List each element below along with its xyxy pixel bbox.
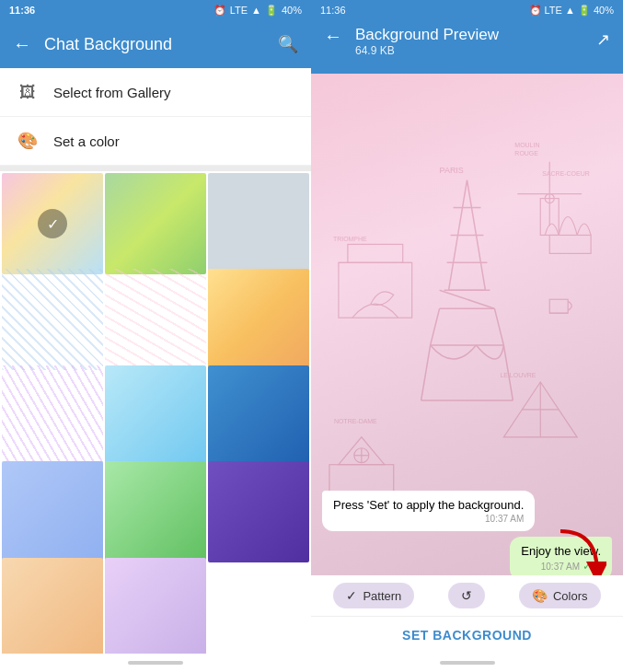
right-app-bar: ← Background Preview 64.9 KB ↗ bbox=[311, 20, 623, 74]
right-panel: 11:36 ⏰ LTE ▲ 🔋 40% ← Background Preview… bbox=[311, 0, 623, 672]
received-message-time: 10:37 AM bbox=[333, 514, 524, 524]
wallpaper-item-2[interactable] bbox=[105, 173, 206, 274]
reset-button[interactable]: ↺ bbox=[448, 583, 485, 608]
right-status-bar: 11:36 ⏰ LTE ▲ 🔋 40% bbox=[311, 0, 623, 20]
right-status-icons: ⏰ LTE ▲ 🔋 40% bbox=[529, 5, 615, 17]
left-panel: 11:36 ⏰ LTE ▲ 🔋 40% ← Chat Background 🔍 … bbox=[0, 0, 311, 672]
wallpaper-item-8[interactable] bbox=[105, 365, 206, 467]
wallpaper-item-6[interactable] bbox=[208, 269, 309, 370]
right-app-bar-subtitle: 64.9 KB bbox=[355, 44, 583, 57]
gallery-menu-item[interactable]: 🖼 Select from Gallery bbox=[0, 68, 311, 117]
wallpaper-item-9[interactable] bbox=[208, 365, 309, 467]
wallpaper-item-12[interactable] bbox=[208, 461, 309, 562]
svg-text:LE LOUVRE: LE LOUVRE bbox=[500, 372, 536, 378]
bottom-nav-indicator bbox=[128, 661, 183, 665]
pattern-button[interactable]: ✓ Pattern bbox=[333, 583, 414, 608]
wallpaper-item-10[interactable] bbox=[2, 461, 103, 562]
left-status-bar: 11:36 ⏰ LTE ▲ 🔋 40% bbox=[0, 0, 311, 20]
wallpaper-item-1[interactable]: ✓ bbox=[2, 173, 103, 274]
svg-text:ROUGE: ROUGE bbox=[514, 150, 538, 156]
sent-message-time: 10:37 AM ✓✓ bbox=[521, 560, 601, 573]
wallpaper-grid: ✓ bbox=[0, 171, 311, 654]
share-icon[interactable]: ↗ bbox=[596, 29, 610, 50]
color-label: Set a color bbox=[53, 133, 120, 149]
colors-button[interactable]: 🎨 Colors bbox=[519, 583, 601, 608]
left-status-icons: ⏰ LTE ▲ 🔋 40% bbox=[213, 5, 302, 17]
svg-rect-39 bbox=[549, 299, 568, 313]
svg-rect-22 bbox=[549, 235, 591, 253]
svg-line-10 bbox=[421, 345, 431, 400]
right-status-time: 11:36 bbox=[320, 5, 346, 16]
gallery-label: Select from Gallery bbox=[53, 85, 171, 100]
search-icon[interactable]: 🔍 bbox=[278, 34, 298, 54]
wallpaper-item-13[interactable] bbox=[2, 558, 103, 654]
pattern-check-icon: ✓ bbox=[346, 588, 357, 603]
colors-button-label: Colors bbox=[553, 589, 588, 603]
pattern-button-label: Pattern bbox=[363, 589, 401, 603]
wallpaper-item-7[interactable] bbox=[2, 365, 103, 467]
color-icon: 🎨 bbox=[17, 130, 39, 152]
right-app-bar-content: Background Preview 64.9 KB bbox=[355, 26, 583, 57]
wallpaper-item-15[interactable] bbox=[208, 558, 309, 654]
received-message: Press 'Set' to apply the background. 10:… bbox=[322, 491, 535, 531]
colors-icon: 🎨 bbox=[532, 588, 548, 603]
pattern-bar: ✓ Pattern ↺ 🎨 Colors bbox=[311, 575, 623, 616]
svg-text:PARIS: PARIS bbox=[440, 166, 464, 175]
set-background-button[interactable]: SET BACKGROUND bbox=[311, 616, 623, 654]
gallery-icon: 🖼 bbox=[17, 81, 39, 103]
received-message-text: Press 'Set' to apply the background. bbox=[333, 498, 524, 512]
sent-message-text: Enjoy the view. bbox=[521, 544, 601, 558]
svg-text:SACRE-COEUR: SACRE-COEUR bbox=[542, 170, 590, 177]
left-status-time: 11:36 bbox=[9, 5, 35, 16]
chat-area: Press 'Set' to apply the background. 10:… bbox=[311, 481, 623, 589]
svg-text:TRIOMPHE: TRIOMPHE bbox=[333, 236, 367, 242]
left-back-button[interactable]: ← bbox=[13, 34, 31, 55]
svg-rect-13 bbox=[339, 262, 412, 318]
wallpaper-item-4[interactable] bbox=[2, 269, 103, 370]
wallpaper-item-3[interactable] bbox=[208, 173, 309, 274]
left-bottom-bar bbox=[0, 654, 311, 672]
selected-checkmark: ✓ bbox=[38, 209, 67, 238]
sent-message: Enjoy the view. 10:37 AM ✓✓ bbox=[510, 537, 612, 580]
wallpaper-item-14[interactable] bbox=[105, 558, 206, 654]
wallpaper-item-11[interactable] bbox=[105, 461, 206, 562]
svg-line-5 bbox=[440, 290, 495, 308]
right-app-bar-title: Background Preview bbox=[355, 26, 583, 44]
svg-rect-14 bbox=[348, 244, 403, 262]
svg-line-8 bbox=[494, 308, 503, 345]
svg-text:NOTRE-DAME: NOTRE-DAME bbox=[334, 418, 377, 424]
right-bottom-indicator bbox=[311, 654, 623, 672]
bottom-action-bar: ✓ Pattern ↺ 🎨 Colors SET BACKGROUND bbox=[311, 575, 623, 672]
svg-line-7 bbox=[431, 308, 440, 345]
wallpaper-item-5[interactable] bbox=[105, 269, 206, 370]
svg-text:MOULIN: MOULIN bbox=[514, 142, 539, 148]
left-app-bar: ← Chat Background 🔍 bbox=[0, 20, 311, 68]
reset-icon: ↺ bbox=[461, 588, 472, 603]
right-back-button[interactable]: ← bbox=[324, 26, 342, 47]
color-menu-item[interactable]: 🎨 Set a color bbox=[0, 117, 311, 166]
left-app-bar-title: Chat Background bbox=[44, 35, 265, 54]
message-ticks: ✓✓ bbox=[583, 560, 601, 573]
